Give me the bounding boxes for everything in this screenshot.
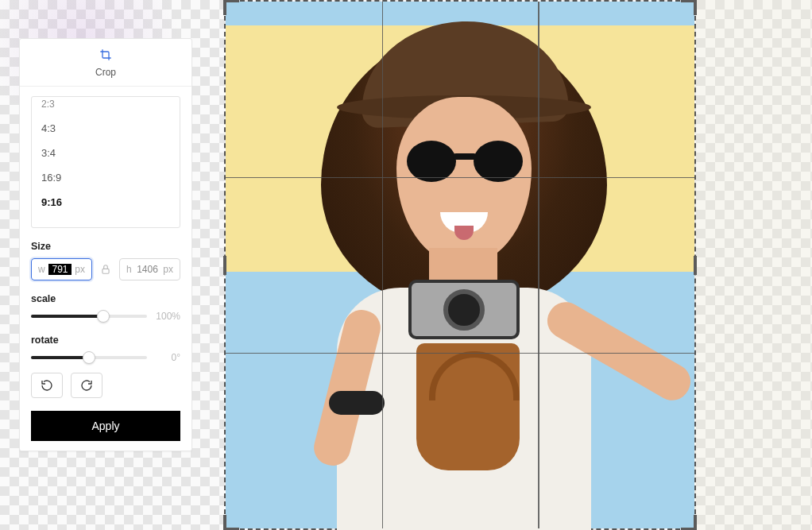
aspect-ratio-option[interactable]: 9:16 [32, 190, 180, 215]
scale-label: scale [31, 293, 180, 304]
width-value: 791 [48, 264, 72, 275]
aspect-ratio-list[interactable]: 2:34:33:416:99:16 [31, 96, 180, 228]
aspect-ratio-option[interactable]: 2:3 [32, 97, 180, 116]
width-unit: px [75, 264, 85, 275]
crop-grid-line [382, 2, 384, 528]
crop-handle-mid-left[interactable] [223, 256, 226, 275]
scale-slider-thumb[interactable] [97, 310, 110, 323]
height-input[interactable]: h 1406 px [119, 258, 180, 280]
rotate-label: rotate [31, 335, 180, 346]
aspect-ratio-option[interactable]: 3:4 [32, 141, 180, 165]
width-prefix: w [38, 264, 45, 275]
crop-selection[interactable] [224, 0, 696, 530]
size-label: Size [31, 241, 180, 252]
image-preview [226, 2, 694, 528]
panel-header: Crop [20, 39, 191, 87]
rotate-cw-button[interactable] [71, 373, 102, 398]
lock-icon[interactable] [100, 264, 111, 275]
rotate-slider-thumb[interactable] [83, 351, 95, 364]
rotate-value: 0° [153, 352, 180, 363]
height-prefix: h [126, 264, 132, 275]
aspect-ratio-option[interactable]: 16:9 [32, 165, 180, 190]
height-unit: px [163, 264, 173, 275]
apply-button[interactable]: Apply [31, 411, 180, 441]
panel-title: Crop [95, 67, 116, 78]
crop-handle-mid-right[interactable] [694, 256, 697, 275]
crop-handle-top-left[interactable] [223, 0, 239, 2]
crop-grid-line [226, 353, 694, 354]
scale-slider[interactable] [31, 315, 147, 318]
crop-grid-line [538, 2, 539, 528]
decorative-band [694, 0, 812, 530]
svg-rect-0 [102, 269, 109, 273]
aspect-ratio-option[interactable]: 4:3 [32, 116, 180, 141]
width-input[interactable]: w 791 px [31, 258, 92, 280]
crop-handle-top-right[interactable] [681, 0, 697, 2]
crop-panel: Crop 2:34:33:416:99:16 Size w 791 px h 1… [19, 38, 192, 451]
rotate-slider[interactable] [31, 356, 147, 359]
rotate-ccw-button[interactable] [31, 373, 63, 398]
scale-value: 100% [153, 311, 180, 322]
crop-icon [99, 48, 112, 64]
crop-grid-line [226, 177, 694, 179]
height-value: 1406 [135, 264, 160, 275]
